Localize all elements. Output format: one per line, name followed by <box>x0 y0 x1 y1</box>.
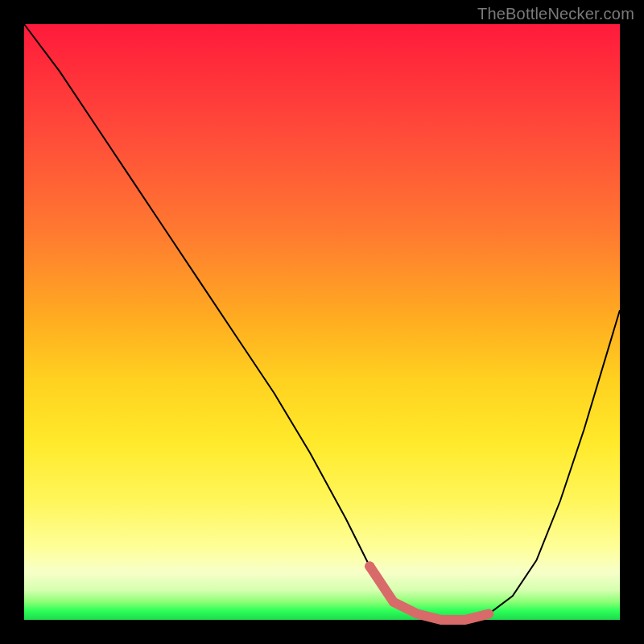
watermark-text: TheBottleNecker.com <box>477 5 634 23</box>
bottleneck-curve <box>24 24 620 620</box>
curve-svg <box>24 24 620 620</box>
marker-dot <box>365 561 374 571</box>
marker-stroke <box>369 566 489 620</box>
highlight-markers <box>365 561 489 620</box>
chart-frame: TheBottleNecker.com <box>0 0 644 644</box>
plot-area <box>24 24 620 620</box>
